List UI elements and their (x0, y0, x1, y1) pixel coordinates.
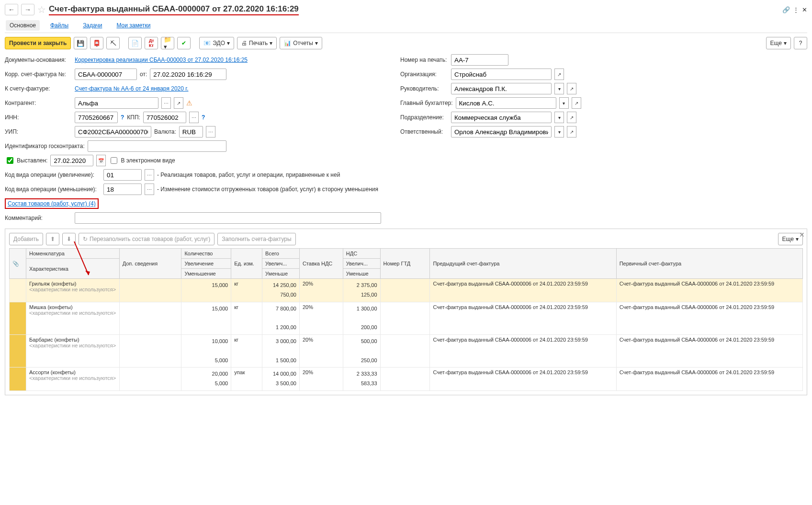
cell-qty[interactable]: 15,000 (181, 302, 231, 334)
cell-gtd[interactable] (380, 302, 430, 334)
kpp-help-icon[interactable]: ? (202, 114, 205, 121)
cell-prim[interactable]: Счет-фактура выданный СБАА-0000006 от 24… (616, 367, 802, 391)
kpp-input[interactable] (143, 112, 186, 123)
to-invoice-link[interactable]: Счет-фактура № АА-6 от 24 января 2020 г. (75, 85, 189, 92)
cell-qty[interactable]: 15,000 (181, 279, 231, 302)
tab-notes[interactable]: Мои заметки (113, 20, 154, 31)
refill-button[interactable]: ↻ Перезаполнить состав товаров (работ, у… (79, 233, 214, 245)
issued-date-input[interactable] (50, 155, 93, 166)
dt-button[interactable]: 📄 (128, 37, 142, 49)
col-total-inc[interactable]: Увелич... (262, 259, 300, 269)
add-row-button[interactable]: Добавить (9, 233, 43, 245)
director-open-button[interactable]: ↗ (567, 83, 576, 94)
counterparty-input[interactable] (75, 97, 158, 109)
tab-files[interactable]: Файлы (46, 20, 72, 31)
more-button[interactable]: Еще ▾ (766, 37, 791, 49)
accountant-open-button[interactable]: ↗ (572, 97, 581, 109)
goods-composition-link[interactable]: Состав товаров (работ, услуг) (4) (8, 200, 96, 207)
inn-help-icon[interactable]: ? (121, 114, 124, 121)
cell-prev[interactable]: Счет-фактура выданный СБАА-0000006 от 24… (430, 334, 616, 367)
op-dec-lookup-button[interactable]: ⋯ (145, 184, 154, 195)
nav-back-button[interactable]: ← (5, 4, 18, 15)
cell-name[interactable]: Мишка (конфеты)<характеристики не исполь… (26, 302, 120, 334)
calendar-button[interactable]: 📅 (96, 155, 106, 166)
edo-button[interactable]: 📧 ЭДО ▾ (199, 37, 234, 49)
cell-unit[interactable]: кг (231, 334, 262, 367)
fill-invoices-button[interactable]: Заполнить счета-фактуры (217, 233, 295, 245)
table-row[interactable]: Грильяж (конфеты)<характеристики не испо… (10, 279, 803, 302)
org-open-button[interactable]: ↗ (554, 69, 564, 80)
cell-gtd[interactable] (380, 334, 430, 367)
col-char[interactable]: Характеристика (26, 259, 120, 279)
basis-link[interactable]: Корректировка реализации СБАА-000003 от … (75, 57, 248, 63)
electronic-checkbox[interactable] (111, 157, 117, 164)
print-button[interactable]: 🖨 Печать ▾ (237, 37, 277, 49)
cell-prev[interactable]: Счет-фактура выданный СБАА-0000006 от 24… (430, 302, 616, 334)
close-icon[interactable]: ✕ (802, 6, 807, 13)
star-icon[interactable]: ☆ (37, 4, 46, 15)
cell-prim[interactable]: Счет-фактура выданный СБАА-0000006 от 24… (616, 334, 802, 367)
gos-id-input[interactable] (88, 140, 226, 152)
structure-button[interactable]: ⛏ (106, 37, 120, 49)
cell-add-info[interactable] (119, 367, 181, 391)
cell-vat[interactable]: 500,00 250,00 (343, 334, 380, 367)
nav-forward-button[interactable]: → (21, 4, 34, 15)
cell-add-info[interactable] (119, 302, 181, 334)
cell-prev[interactable]: Счет-фактура выданный СБАА-0000006 от 24… (430, 279, 616, 302)
col-total-dec[interactable]: Уменьше (262, 269, 300, 279)
org-input[interactable] (451, 69, 552, 80)
cell-name[interactable]: Грильяж (конфеты)<характеристики не испо… (26, 279, 120, 302)
col-qty-dec[interactable]: Уменьшение (181, 269, 231, 279)
cell-qty[interactable]: 20,0005,000 (181, 367, 231, 391)
table-row[interactable]: Мишка (конфеты)<характеристики не исполь… (10, 302, 803, 334)
cell-prev[interactable]: Счет-фактура выданный СБАА-0000006 от 24… (430, 367, 616, 391)
counterparty-lookup-button[interactable]: ⋯ (161, 97, 171, 109)
col-vat[interactable]: НДС (343, 249, 380, 259)
inn-input[interactable] (75, 112, 118, 123)
tab-main[interactable]: Основное (6, 20, 40, 31)
save-button[interactable]: 💾 (74, 37, 87, 49)
division-drop-button[interactable]: ▾ (554, 112, 564, 123)
cell-total[interactable]: 14 000,003 500,00 (262, 367, 300, 391)
director-drop-button[interactable]: ▾ (554, 83, 564, 94)
cell-total[interactable]: 14 250,00750,00 (262, 279, 300, 302)
counterparty-open-button[interactable]: ↗ (174, 97, 183, 109)
cell-add-info[interactable] (119, 334, 181, 367)
kpp-lookup-button[interactable]: ⋯ (189, 112, 199, 123)
cell-add-info[interactable] (119, 279, 181, 302)
cell-total[interactable]: 3 000,00 1 500,00 (262, 334, 300, 367)
currency-input[interactable] (179, 126, 203, 138)
print-num-input[interactable] (451, 54, 508, 66)
col-unit[interactable]: Ед. изм. (231, 249, 262, 279)
responsible-open-button[interactable]: ↗ (567, 126, 576, 138)
reports-button[interactable]: 📊 Отчеты ▾ (280, 37, 322, 49)
cell-rate[interactable]: 20% (299, 334, 343, 367)
cell-rate[interactable]: 20% (299, 367, 343, 391)
move-down-button[interactable]: ⬇ (62, 233, 76, 245)
accountant-input[interactable] (456, 97, 556, 109)
cell-unit[interactable]: кг (231, 302, 262, 334)
cell-unit[interactable]: упак (231, 367, 262, 391)
division-open-button[interactable]: ↗ (567, 112, 576, 123)
col-prev[interactable]: Предыдущий счет-фактура (430, 249, 616, 279)
create-based-button[interactable]: 📁▾ (161, 37, 174, 49)
cell-vat[interactable]: 2 333,33583,33 (343, 367, 380, 391)
col-qty-inc[interactable]: Увеличение (181, 259, 231, 269)
cell-name[interactable]: Ассорти (конфеты)<характеристики не испо… (26, 367, 120, 391)
save-close-button[interactable]: Провести и закрыть (5, 37, 71, 49)
col-prim[interactable]: Первичный счет-фактура (616, 249, 802, 279)
cell-prim[interactable]: Счет-фактура выданный СБАА-0000006 от 24… (616, 302, 802, 334)
link-icon[interactable]: 🔗 (782, 6, 790, 13)
tab-tasks[interactable]: Задачи (79, 20, 106, 31)
panel-close-icon[interactable]: ✕ (799, 231, 805, 239)
post-button[interactable]: 📮 (90, 37, 103, 49)
cell-vat[interactable]: 1 300,00 200,00 (343, 302, 380, 334)
col-rate[interactable]: Ставка НДС (299, 249, 343, 279)
cell-gtd[interactable] (380, 279, 430, 302)
col-total[interactable]: Всего (262, 249, 300, 259)
col-vat-inc[interactable]: Увелич... (343, 259, 380, 269)
kebab-icon[interactable]: ⋮ (793, 6, 799, 13)
cell-vat[interactable]: 2 375,00125,00 (343, 279, 380, 302)
table-row[interactable]: Барбарис (конфеты)<характеристики не исп… (10, 334, 803, 367)
corr-date-input[interactable] (150, 69, 226, 80)
